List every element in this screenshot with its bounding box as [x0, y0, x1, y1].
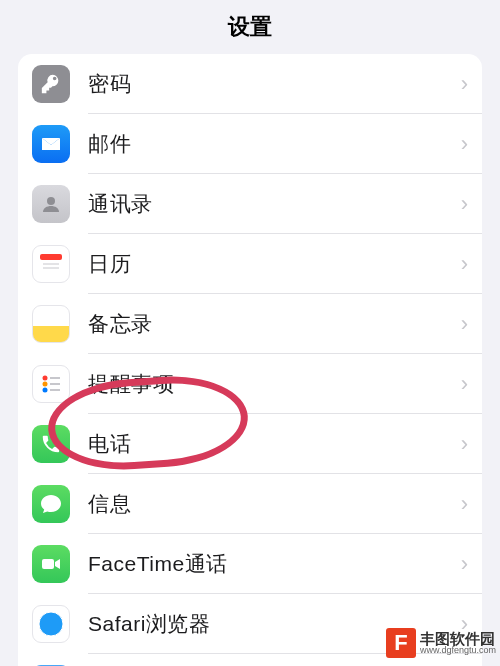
row-label: FaceTime通话: [88, 550, 461, 578]
facetime-icon: [32, 545, 70, 583]
svg-rect-2: [40, 260, 62, 274]
row-label: 邮件: [88, 130, 461, 158]
wm-cn: 丰图软件园: [420, 631, 496, 646]
chevron-right-icon: ›: [461, 131, 468, 157]
contacts-icon: [32, 185, 70, 223]
safari-icon: [32, 605, 70, 643]
chevron-right-icon: ›: [461, 431, 468, 457]
row-label: 密码: [88, 70, 461, 98]
wm-en: www.dgfengtu.com: [420, 646, 496, 655]
row-label: 电话: [88, 430, 461, 458]
chevron-right-icon: ›: [461, 551, 468, 577]
mail-icon: [32, 125, 70, 163]
svg-point-0: [47, 197, 55, 205]
chevron-right-icon: ›: [461, 71, 468, 97]
row-passwords[interactable]: 密码 ›: [18, 54, 482, 114]
row-label: 信息: [88, 490, 461, 518]
messages-icon: [32, 485, 70, 523]
chevron-right-icon: ›: [461, 251, 468, 277]
calendar-icon: [32, 245, 70, 283]
chevron-right-icon: ›: [461, 491, 468, 517]
page-title: 设置: [0, 0, 500, 54]
svg-point-6: [43, 382, 48, 387]
watermark-text: 丰图软件园 www.dgfengtu.com: [420, 631, 496, 655]
title-text: 设置: [228, 14, 272, 39]
svg-point-5: [43, 376, 48, 381]
svg-point-7: [43, 388, 48, 393]
row-label: 备忘录: [88, 310, 461, 338]
watermark: F 丰图软件园 www.dgfengtu.com: [386, 628, 496, 658]
reminders-icon: [32, 365, 70, 403]
row-messages[interactable]: 信息 ›: [18, 474, 482, 534]
watermark-logo: F: [386, 628, 416, 658]
row-notes[interactable]: 备忘录 ›: [18, 294, 482, 354]
row-reminders[interactable]: 提醒事项 ›: [18, 354, 482, 414]
chevron-right-icon: ›: [461, 311, 468, 337]
row-contacts[interactable]: 通讯录 ›: [18, 174, 482, 234]
svg-rect-11: [42, 559, 54, 569]
phone-icon: [32, 425, 70, 463]
row-facetime[interactable]: FaceTime通话 ›: [18, 534, 482, 594]
row-label: 提醒事项: [88, 370, 461, 398]
row-label: 日历: [88, 250, 461, 278]
wm-letter: F: [394, 630, 407, 656]
row-calendar[interactable]: 日历 ›: [18, 234, 482, 294]
row-label: 通讯录: [88, 190, 461, 218]
row-phone[interactable]: 电话 ›: [18, 414, 482, 474]
chevron-right-icon: ›: [461, 371, 468, 397]
key-icon: [32, 65, 70, 103]
svg-rect-1: [40, 254, 62, 260]
notes-icon: [32, 305, 70, 343]
row-mail[interactable]: 邮件 ›: [18, 114, 482, 174]
settings-list: 密码 › 邮件 › 通讯录 › 日历 › 备忘录 › 提醒事项 ›: [18, 54, 482, 666]
chevron-right-icon: ›: [461, 191, 468, 217]
